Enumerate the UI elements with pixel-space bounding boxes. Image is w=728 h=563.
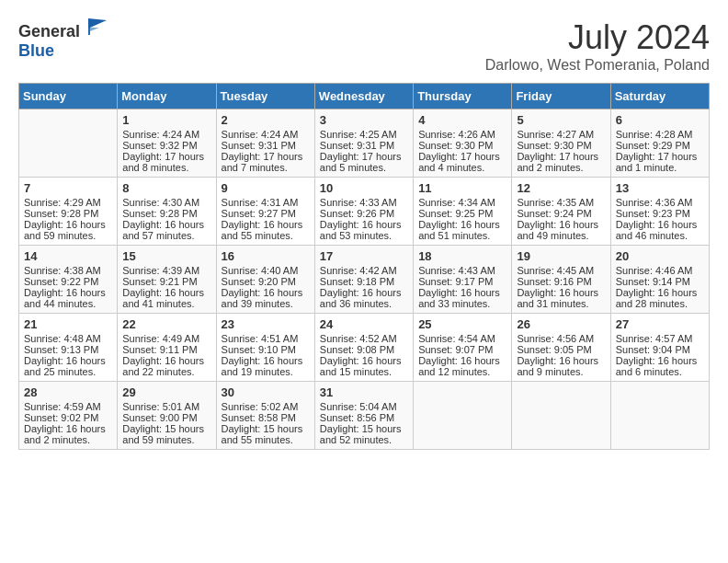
cell-info: Sunrise: 4:43 AM	[418, 265, 506, 276]
cell-info: and 2 minutes.	[517, 162, 605, 173]
header-monday: Monday	[118, 84, 216, 109]
cell-info: and 55 minutes.	[222, 230, 310, 241]
cell-info: Daylight: 15 hours	[320, 423, 408, 434]
cell-info: and 28 minutes.	[616, 298, 704, 309]
day-number: 7	[24, 181, 112, 195]
cell-info: Sunset: 9:05 PM	[517, 344, 605, 355]
page-header: General Blue July 2024 Darlowo, West Pom…	[18, 18, 710, 74]
cell-info: Sunset: 9:04 PM	[616, 344, 704, 355]
title-block: July 2024 Darlowo, West Pomerania, Polan…	[485, 18, 710, 74]
location-subtitle: Darlowo, West Pomerania, Poland	[485, 57, 710, 74]
calendar-cell: 13Sunrise: 4:36 AMSunset: 9:23 PMDayligh…	[610, 178, 709, 246]
calendar-cell: 24Sunrise: 4:52 AMSunset: 9:08 PMDayligh…	[314, 314, 413, 382]
day-number: 26	[517, 317, 605, 331]
cell-info: Daylight: 15 hours	[122, 423, 210, 434]
cell-info: and 15 minutes.	[320, 366, 408, 377]
cell-info: and 5 minutes.	[320, 162, 408, 173]
cell-info: Daylight: 17 hours	[418, 151, 506, 162]
calendar-cell: 27Sunrise: 4:57 AMSunset: 9:04 PMDayligh…	[610, 314, 709, 382]
calendar-cell: 30Sunrise: 5:02 AMSunset: 8:58 PMDayligh…	[216, 382, 314, 450]
calendar-cell: 20Sunrise: 4:46 AMSunset: 9:14 PMDayligh…	[610, 246, 709, 314]
cell-info: and 59 minutes.	[122, 434, 210, 445]
cell-info: Sunrise: 4:29 AM	[24, 197, 112, 208]
cell-info: Sunset: 9:22 PM	[24, 276, 112, 287]
cell-info: Sunset: 9:07 PM	[418, 344, 506, 355]
day-number: 2	[222, 113, 310, 127]
cell-info: and 22 minutes.	[122, 366, 210, 377]
cell-info: Daylight: 16 hours	[418, 219, 506, 230]
day-number: 12	[517, 181, 605, 195]
cell-info: Daylight: 16 hours	[616, 355, 704, 366]
calendar-cell: 22Sunrise: 4:49 AMSunset: 9:11 PMDayligh…	[118, 314, 216, 382]
cell-info: and 57 minutes.	[122, 230, 210, 241]
logo-flag-icon	[86, 18, 108, 37]
header-thursday: Thursday	[414, 84, 512, 109]
header-sunday: Sunday	[19, 84, 118, 109]
cell-info: Sunrise: 4:36 AM	[616, 197, 704, 208]
cell-info: Sunset: 9:25 PM	[418, 208, 506, 219]
cell-info: Sunset: 9:20 PM	[222, 276, 310, 287]
calendar-cell	[414, 382, 512, 450]
calendar-cell: 28Sunrise: 4:59 AMSunset: 9:02 PMDayligh…	[19, 382, 118, 450]
day-number: 30	[222, 385, 310, 399]
calendar-cell: 14Sunrise: 4:38 AMSunset: 9:22 PMDayligh…	[19, 246, 118, 314]
cell-info: Sunset: 9:13 PM	[24, 344, 112, 355]
day-number: 6	[616, 113, 704, 127]
calendar-cell: 23Sunrise: 4:51 AMSunset: 9:10 PMDayligh…	[216, 314, 314, 382]
calendar-cell: 17Sunrise: 4:42 AMSunset: 9:18 PMDayligh…	[314, 246, 413, 314]
cell-info: Sunset: 9:16 PM	[517, 276, 605, 287]
cell-info: Daylight: 16 hours	[320, 219, 408, 230]
week-row-1: 1Sunrise: 4:24 AMSunset: 9:32 PMDaylight…	[19, 109, 710, 178]
header-wednesday: Wednesday	[314, 84, 413, 109]
cell-info: Sunrise: 4:48 AM	[24, 333, 112, 344]
cell-info: Daylight: 16 hours	[122, 355, 210, 366]
cell-info: Daylight: 15 hours	[222, 423, 310, 434]
cell-info: Sunset: 8:56 PM	[320, 412, 408, 423]
cell-info: Sunset: 9:10 PM	[222, 344, 310, 355]
cell-info: Daylight: 16 hours	[517, 355, 605, 366]
cell-info: Daylight: 16 hours	[222, 287, 310, 298]
cell-info: Sunrise: 4:40 AM	[222, 265, 310, 276]
cell-info: Sunset: 9:28 PM	[24, 208, 112, 219]
day-number: 4	[418, 113, 506, 127]
cell-info: Daylight: 16 hours	[24, 287, 112, 298]
cell-info: Sunset: 9:14 PM	[616, 276, 704, 287]
cell-info: Sunrise: 5:02 AM	[222, 401, 310, 412]
cell-info: Sunset: 9:30 PM	[418, 140, 506, 151]
day-number: 24	[320, 317, 408, 331]
cell-info: Sunrise: 4:34 AM	[418, 197, 506, 208]
day-number: 15	[122, 249, 210, 263]
cell-info: Sunrise: 4:35 AM	[517, 197, 605, 208]
day-number: 16	[222, 249, 310, 263]
cell-info: Sunrise: 4:25 AM	[320, 129, 408, 140]
day-number: 11	[418, 181, 506, 195]
cell-info: Sunrise: 4:39 AM	[122, 265, 210, 276]
day-number: 22	[122, 317, 210, 331]
cell-info: Sunset: 9:11 PM	[122, 344, 210, 355]
cell-info: Sunrise: 4:56 AM	[517, 333, 605, 344]
cell-info: Daylight: 16 hours	[24, 355, 112, 366]
cell-info: and 36 minutes.	[320, 298, 408, 309]
calendar-cell: 2Sunrise: 4:24 AMSunset: 9:31 PMDaylight…	[216, 109, 314, 178]
cell-info: and 51 minutes.	[418, 230, 506, 241]
day-number: 31	[320, 385, 408, 399]
cell-info: Daylight: 16 hours	[122, 287, 210, 298]
cell-info: Sunset: 9:00 PM	[122, 412, 210, 423]
cell-info: and 4 minutes.	[418, 162, 506, 173]
cell-info: Daylight: 16 hours	[122, 219, 210, 230]
cell-info: Sunrise: 4:30 AM	[122, 197, 210, 208]
day-number: 17	[320, 249, 408, 263]
week-row-2: 7Sunrise: 4:29 AMSunset: 9:28 PMDaylight…	[19, 178, 710, 246]
header-row: SundayMondayTuesdayWednesdayThursdayFrid…	[19, 84, 710, 109]
cell-info: Sunset: 9:29 PM	[616, 140, 704, 151]
cell-info: Sunset: 9:24 PM	[517, 208, 605, 219]
cell-info: Sunrise: 4:28 AM	[616, 129, 704, 140]
cell-info: Daylight: 17 hours	[616, 151, 704, 162]
cell-info: and 2 minutes.	[24, 434, 112, 445]
cell-info: and 1 minute.	[616, 162, 704, 173]
day-number: 23	[222, 317, 310, 331]
logo: General Blue	[18, 18, 108, 61]
day-number: 27	[616, 317, 704, 331]
cell-info: Sunrise: 4:24 AM	[222, 129, 310, 140]
cell-info: and 25 minutes.	[24, 366, 112, 377]
